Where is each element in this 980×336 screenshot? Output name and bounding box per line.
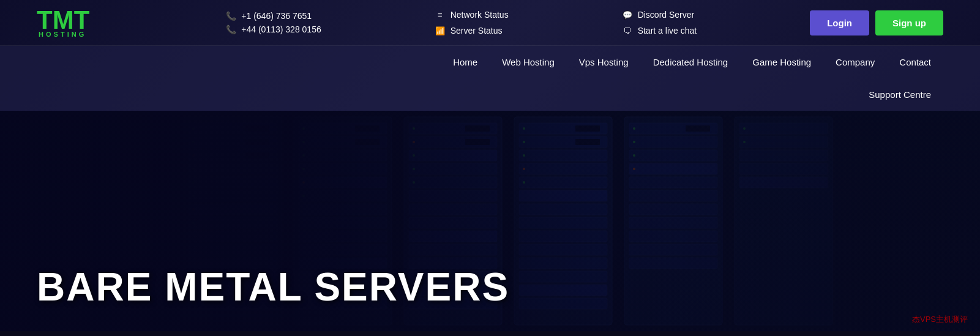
server-status-link[interactable]: 📶 Server Status — [435, 25, 509, 36]
logo-letters: T M T — [37, 7, 88, 33]
phone-2[interactable]: 📞 +44 (0113) 328 0156 — [226, 24, 321, 34]
phone-icon: 📞 — [226, 11, 236, 21]
hero-content: BARE METAL SERVERS — [0, 249, 546, 331]
discord-link[interactable]: 💬 Discord Server — [622, 9, 697, 20]
nav-support-centre[interactable]: Support Centre — [856, 78, 943, 111]
nav-game-hosting[interactable]: Game Hosting — [740, 46, 823, 78]
phone-1[interactable]: 📞 +1 (646) 736 7651 — [226, 11, 321, 21]
logo-text: T — [37, 7, 51, 33]
discord-icon: 💬 — [622, 9, 633, 20]
auth-buttons: Login Sign up — [810, 10, 943, 35]
phone-icon-2: 📞 — [226, 24, 236, 34]
nav-row-1: Home Web Hosting Vps Hosting Dedicated H… — [441, 46, 943, 78]
phone-2-number: +44 (0113) 328 0156 — [241, 24, 321, 34]
logo-area: T M T HOSTING — [37, 7, 88, 38]
logo: T M T HOSTING — [37, 7, 88, 38]
chat-icon: 🗨 — [622, 25, 633, 36]
logo-text: T — [74, 7, 89, 33]
live-chat-link[interactable]: 🗨 Start a live chat — [622, 25, 697, 36]
hero-section: BARE METAL SERVERS 杰VPS主机测评 — [0, 111, 980, 331]
nav-dedicated-hosting[interactable]: Dedicated Hosting — [641, 46, 741, 78]
quick-links: ≡ Network Status 📶 Server Status — [435, 9, 509, 36]
discord-label: Discord Server — [638, 10, 695, 20]
header: T M T HOSTING 📞 +1 (646) 736 7651 📞 +44 … — [0, 0, 980, 111]
network-status-label: Network Status — [451, 10, 509, 20]
logo-subtitle: HOSTING — [39, 31, 86, 38]
nav-vps-hosting[interactable]: Vps Hosting — [567, 46, 641, 78]
live-chat-label: Start a live chat — [638, 26, 697, 35]
phone-1-number: +1 (646) 736 7651 — [241, 11, 312, 21]
server-status-icon: 📶 — [435, 25, 446, 36]
login-button[interactable]: Login — [810, 10, 869, 35]
nav-contact[interactable]: Contact — [887, 46, 943, 78]
hero-title: BARE METAL SERVERS — [37, 267, 509, 307]
nav-row-2: Support Centre — [856, 78, 943, 111]
nav-home[interactable]: Home — [441, 46, 490, 78]
logo-text: M — [53, 7, 73, 33]
signup-button[interactable]: Sign up — [875, 10, 943, 35]
nav-container: Home Web Hosting Vps Hosting Dedicated H… — [441, 46, 943, 111]
nav-bar: Home Web Hosting Vps Hosting Dedicated H… — [0, 46, 980, 111]
social-links: 💬 Discord Server 🗨 Start a live chat — [622, 9, 697, 36]
network-icon: ≡ — [435, 9, 446, 20]
nav-web-hosting[interactable]: Web Hosting — [490, 46, 567, 78]
server-status-label: Server Status — [451, 26, 503, 35]
top-bar: T M T HOSTING 📞 +1 (646) 736 7651 📞 +44 … — [0, 0, 980, 46]
contact-info: 📞 +1 (646) 736 7651 📞 +44 (0113) 328 015… — [226, 11, 321, 34]
watermark: 杰VPS主机测评 — [912, 314, 968, 325]
nav-company[interactable]: Company — [823, 46, 887, 78]
network-status-link[interactable]: ≡ Network Status — [435, 9, 509, 20]
